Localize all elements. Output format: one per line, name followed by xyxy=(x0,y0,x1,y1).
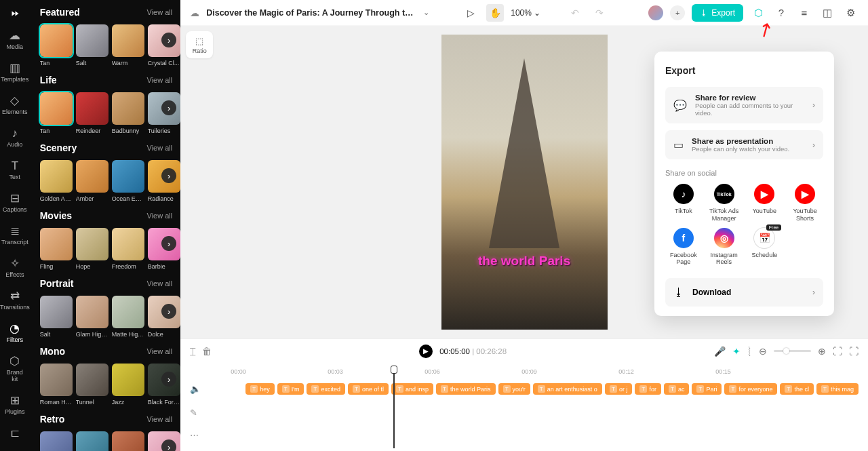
filter-thumb[interactable]: Freedom xyxy=(112,228,144,270)
social-youtube-shorts[interactable]: ▶YouTube Shorts xyxy=(787,184,823,222)
cloud-sync-icon[interactable]: ☁ xyxy=(190,7,199,18)
caption-clip[interactable]: excited xyxy=(307,383,345,395)
filter-thumb[interactable]: Fling xyxy=(40,228,73,270)
social-tiktok-ads[interactable]: TikTokTikTok Ads Manager xyxy=(706,184,743,222)
ratio-button[interactable]: ⬚Ratio xyxy=(186,31,213,58)
project-title[interactable]: Discover the Magic of Paris: A Journey T… xyxy=(206,8,416,18)
rail-transitions[interactable]: ⇄Transitions xyxy=(0,290,30,311)
history-icon[interactable]: ≡ xyxy=(796,5,812,21)
view-all-link[interactable]: View all xyxy=(147,212,173,220)
rail-text[interactable]: TText xyxy=(0,160,30,180)
settings-icon[interactable]: ⚙ xyxy=(842,5,859,21)
video-preview[interactable]: the world Paris xyxy=(441,35,608,330)
caption-clip[interactable]: this mag xyxy=(816,383,859,395)
fit-icon[interactable]: ⛶ xyxy=(849,346,859,357)
caption-clip[interactable]: for everyone xyxy=(724,383,777,395)
zoom-out-button[interactable]: ⊖ xyxy=(759,346,767,357)
export-button[interactable]: ⭳Export xyxy=(692,4,743,22)
video-track[interactable] xyxy=(245,399,250,426)
caption-clip[interactable]: the cl xyxy=(780,383,814,395)
filter-thumb[interactable]: Hope xyxy=(76,228,108,270)
caption-clip[interactable]: ac xyxy=(664,383,690,395)
share-presentation-card[interactable]: ▭ Share as presentationPeople can only w… xyxy=(665,130,823,159)
view-all-link[interactable]: View all xyxy=(147,144,173,152)
filter-thumb[interactable]: Reindeer xyxy=(76,92,108,134)
rail-filters[interactable]: ◔Filters xyxy=(0,323,30,343)
edit-icon[interactable]: ✎ xyxy=(190,408,203,418)
filter-thumb[interactable]: Tan xyxy=(40,92,73,134)
shield-icon[interactable]: ⬡ xyxy=(750,5,766,21)
zoom-dropdown[interactable]: 100%⌄ xyxy=(511,8,540,18)
speaker-icon[interactable]: 🔈 xyxy=(190,384,203,394)
timeline-ruler[interactable]: 00:0000:0300:0600:0900:1200:15 xyxy=(231,368,859,380)
scroll-next-button[interactable]: › xyxy=(161,439,176,451)
filter-thumb[interactable]: Warm xyxy=(112,24,144,66)
view-all-link[interactable]: View all xyxy=(147,279,173,288)
playhead[interactable] xyxy=(391,366,397,448)
caption-clip[interactable]: hey xyxy=(245,383,275,395)
share-review-card[interactable]: 💬 Share for reviewPeople can add comment… xyxy=(665,87,823,123)
rail-collapse[interactable]: ⊏ xyxy=(0,427,30,439)
filter-thumb[interactable] xyxy=(40,431,73,451)
hand-tool[interactable]: ✋ xyxy=(486,4,504,22)
redo-button[interactable]: ↷ xyxy=(591,4,608,22)
filter-thumb[interactable]: Tan xyxy=(40,24,73,66)
align-icon[interactable]: ⦚ xyxy=(747,346,752,357)
zoom-slider[interactable] xyxy=(774,350,811,352)
layout-icon[interactable]: ◫ xyxy=(819,5,835,21)
filter-thumb[interactable]: Amber xyxy=(76,160,108,202)
rail-effects[interactable]: ✧Effects xyxy=(0,258,30,278)
social-facebook[interactable]: fFacebook Page xyxy=(665,228,702,267)
play-button[interactable]: ▶ xyxy=(419,345,433,358)
caption-clip[interactable]: for xyxy=(635,383,661,395)
captions-track[interactable]: heyI'mexcitedone of tland inspthe world … xyxy=(245,383,859,395)
menu-icon[interactable]: ⋯ xyxy=(190,430,203,440)
filter-thumb[interactable]: Ocean Eyes xyxy=(112,160,144,202)
pointer-tool[interactable]: ▷ xyxy=(462,4,479,22)
delete-tool[interactable]: 🗑 xyxy=(202,346,212,357)
rail-elements[interactable]: ◇Elements xyxy=(0,95,30,115)
caption-clip[interactable]: I'm xyxy=(277,383,304,395)
caption-clip[interactable]: the world Paris xyxy=(436,383,496,395)
caption-clip[interactable]: or j xyxy=(605,383,633,395)
filter-thumb[interactable]: Glam High... xyxy=(76,296,108,338)
add-person-button[interactable]: + xyxy=(670,5,685,20)
video-clip[interactable] xyxy=(250,399,250,426)
user-avatar[interactable] xyxy=(648,5,663,20)
social-schedule[interactable]: Free📅Schedule xyxy=(747,228,783,267)
download-row[interactable]: ⭳ Download › xyxy=(665,278,823,307)
filter-thumb[interactable] xyxy=(112,431,144,451)
caption-clip[interactable]: Pari xyxy=(692,383,722,395)
rail-templates[interactable]: ▥Templates xyxy=(0,62,30,83)
caption-clip[interactable]: an art enthusiast o xyxy=(533,383,602,395)
fullscreen-icon[interactable]: ⛶ xyxy=(833,346,842,357)
view-all-link[interactable]: View all xyxy=(147,347,173,355)
filter-thumb[interactable]: Jazz xyxy=(112,364,144,406)
split-tool[interactable]: ⌶ xyxy=(190,346,195,357)
filter-thumb[interactable]: Badbunny xyxy=(112,92,144,134)
rail-transcript[interactable]: ≣Transcript xyxy=(0,225,30,246)
rail-audio[interactable]: ♪Audio xyxy=(0,128,30,148)
filter-thumb[interactable]: Salt xyxy=(76,24,108,66)
rail-captions[interactable]: ⊟Captions xyxy=(0,193,30,213)
filter-thumb[interactable] xyxy=(76,431,108,451)
ai-icon[interactable]: ✦ xyxy=(732,346,741,357)
title-dropdown[interactable]: ⌄ xyxy=(423,8,429,17)
undo-button[interactable]: ↶ xyxy=(566,4,584,22)
filter-thumb[interactable]: Roman Ho... xyxy=(40,364,73,406)
view-all-link[interactable]: View all xyxy=(147,76,173,84)
caption-clip[interactable]: and insp xyxy=(391,383,433,395)
view-all-link[interactable]: View all xyxy=(147,415,173,423)
caption-clip[interactable]: you'r xyxy=(498,383,530,395)
rail-brand[interactable]: ⬡Brand kit xyxy=(0,355,30,383)
rail-media[interactable]: ☁Media xyxy=(0,30,30,50)
social-instagram[interactable]: ◎Instagram Reels xyxy=(706,228,743,267)
caption-clip[interactable]: one of tl xyxy=(348,383,389,395)
filter-thumb[interactable]: Golden Au... xyxy=(40,160,73,202)
mic-icon[interactable]: 🎤 xyxy=(714,346,726,357)
filter-thumb[interactable]: Salt xyxy=(40,296,73,338)
filter-thumb[interactable]: Matte Hig... xyxy=(112,296,144,338)
social-tiktok[interactable]: ♪TikTok xyxy=(665,184,702,222)
view-all-link[interactable]: View all xyxy=(147,8,173,16)
help-icon[interactable]: ? xyxy=(773,5,789,21)
